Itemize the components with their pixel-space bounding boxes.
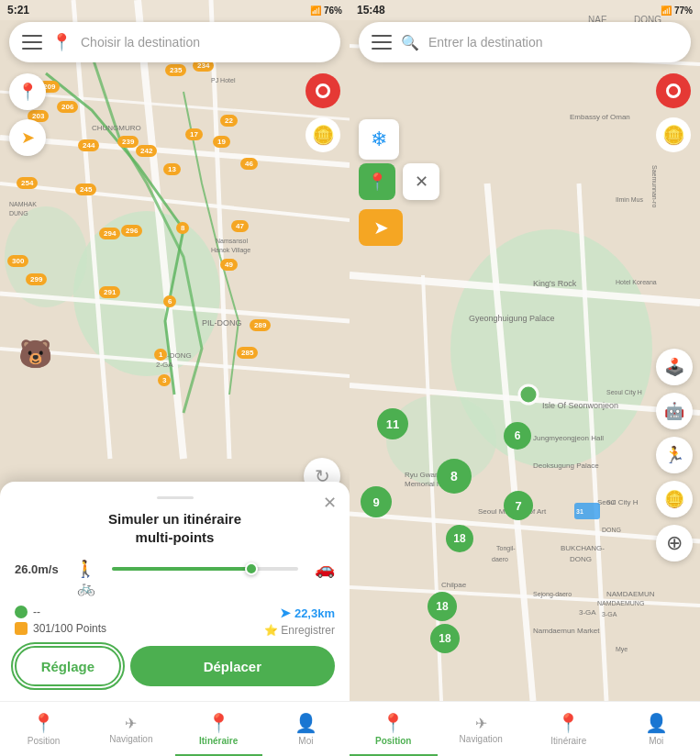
joystick-icon: 🕹️	[664, 357, 684, 377]
snowflake-icon: ❄	[371, 128, 387, 151]
pin-289[interactable]: 289	[250, 319, 271, 331]
direction-btn[interactable]: ➤	[9, 119, 46, 156]
pin-291[interactable]: 291	[99, 286, 120, 298]
svg-text:Namsansol: Namsansol	[216, 238, 248, 244]
pin-8[interactable]: 8	[176, 222, 189, 234]
compass-btn[interactable]: ⊕	[656, 525, 693, 561]
runner-btn[interactable]: 🏃	[656, 437, 693, 473]
right-coin-btn[interactable]: 🪙	[656, 117, 691, 152]
pin-49[interactable]: 49	[220, 259, 238, 271]
pin-245[interactable]: 245	[75, 183, 96, 195]
reglage-button[interactable]: Réglage	[15, 646, 121, 686]
svg-text:DUNG: DUNG	[9, 210, 28, 217]
right-nav-itinerary[interactable]: 📍 Itinéraire	[525, 702, 613, 756]
location-btn[interactable]: 📍	[9, 73, 46, 110]
left-panel: CHO-DONG CHUNGMURO NAMHAK DUNG PIL-DONG …	[0, 0, 350, 756]
pin-299[interactable]: 299	[26, 273, 47, 285]
pin-242[interactable]: 242	[136, 145, 157, 157]
svg-text:NAMDAEMUNG: NAMDAEMUNG	[597, 600, 644, 606]
svg-text:King's Rock: King's Rock	[533, 279, 577, 288]
battery-text: 76%	[324, 6, 342, 16]
pin-47[interactable]: 47	[231, 220, 249, 232]
right-search-bar[interactable]: 🔍 Entrer la destination	[359, 22, 691, 62]
position-icon: 📍	[32, 712, 55, 734]
svg-text:3-GA: 3-GA	[579, 608, 596, 617]
pin-285[interactable]: 285	[237, 347, 258, 359]
svg-text:DONG: DONG	[570, 555, 592, 563]
svg-text:Isle Of Seonwonjeon: Isle Of Seonwonjeon	[542, 401, 618, 410]
right-itinerary-label: Itinéraire	[550, 736, 586, 746]
pin-300[interactable]: 300	[7, 255, 28, 267]
green-circle-7[interactable]: 7	[504, 491, 533, 520]
pin-206[interactable]: 206	[57, 101, 78, 113]
save-label[interactable]: ⭐ Enregistrer	[264, 624, 335, 637]
green-circle-8[interactable]: 8	[437, 459, 472, 494]
walk-icon[interactable]: 🚶	[75, 559, 95, 579]
left-nav-itinerary[interactable]: 📍 Itinéraire	[175, 702, 262, 756]
green-circle-11[interactable]: 11	[377, 408, 408, 439]
svg-text:Hanok Village: Hanok Village	[211, 247, 250, 254]
left-nav-position[interactable]: 📍 Position	[0, 702, 87, 756]
pin-22[interactable]: 22	[220, 115, 238, 127]
position-label: Position	[28, 736, 61, 746]
robot-btn[interactable]: 🤖	[656, 393, 693, 429]
right-navigation-icon: ✈	[475, 715, 487, 732]
hamburger-button[interactable]	[22, 32, 42, 52]
pin-235[interactable]: 235	[165, 64, 186, 76]
left-search-bar[interactable]: 📍 Choisir la destination	[9, 22, 340, 62]
waypoint-close-btn[interactable]: ✕	[403, 163, 439, 200]
right-orange-coin-btn[interactable]: 🪙	[656, 481, 693, 517]
right-nav-moi[interactable]: 👤 Moi	[613, 702, 701, 756]
left-nav-moi[interactable]: 👤 Moi	[262, 702, 350, 756]
bike-icon[interactable]: 🚲	[77, 579, 95, 596]
right-nav-position[interactable]: 📍 Position	[350, 702, 438, 756]
green-circle-9[interactable]: 9	[361, 486, 392, 517]
green-circle-18b[interactable]: 18	[428, 592, 457, 621]
pin-3[interactable]: 3	[158, 374, 171, 386]
route-info-row: -- 301/100 Points ➤ 22,3km ⭐ Enregistrer	[15, 606, 335, 637]
svg-text:31: 31	[576, 508, 583, 515]
waypoint-green-btn[interactable]: 📍	[359, 163, 395, 200]
pin-17[interactable]: 17	[185, 128, 203, 140]
itinerary-label: Itinéraire	[199, 736, 238, 746]
pin-244[interactable]: 244	[78, 139, 99, 151]
green-circle-6[interactable]: 6	[504, 422, 531, 450]
sheet-close-btn[interactable]: ✕	[323, 493, 337, 513]
direction-icon: ➤	[21, 128, 35, 148]
green-circle-18c[interactable]: 18	[430, 624, 460, 653]
pin-6[interactable]: 6	[163, 295, 176, 307]
svg-point-46	[519, 385, 538, 404]
pin-13[interactable]: 13	[163, 163, 181, 175]
green-circle-18a[interactable]: 18	[446, 525, 473, 552]
circle-label: 11	[386, 417, 399, 431]
left-nav-navigation[interactable]: ✈ Navigation	[87, 702, 174, 756]
points-label: 301/100 Points	[33, 622, 106, 635]
right-hamburger-button[interactable]	[372, 32, 392, 52]
record-inner	[316, 83, 330, 98]
right-search-placeholder[interactable]: Entrer la destination	[428, 35, 678, 50]
speed-slider[interactable]	[112, 560, 298, 578]
right-record-inner	[666, 83, 681, 98]
circle-label: 18	[436, 600, 448, 613]
right-nav-card[interactable]: ➤	[359, 209, 403, 246]
pin-1[interactable]: 1	[154, 349, 167, 361]
right-nav-navigation[interactable]: ✈ Navigation	[438, 702, 526, 756]
joystick-btn[interactable]: 🕹️	[656, 349, 693, 385]
right-position-icon: 📍	[382, 712, 405, 734]
snowflake-btn[interactable]: ❄	[359, 119, 399, 160]
car-icon[interactable]: 🚗	[315, 559, 335, 579]
left-status-icons: 📶 76%	[310, 6, 342, 16]
left-record-btn[interactable]	[306, 73, 340, 108]
action-buttons: Réglage Déplacer	[15, 646, 335, 686]
pin-19[interactable]: 19	[213, 136, 230, 148]
svg-text:Hotel Koreana: Hotel Koreana	[616, 279, 657, 285]
left-search-placeholder[interactable]: Choisir la destination	[81, 35, 328, 50]
svg-text:DONG: DONG	[602, 527, 621, 533]
pin-296[interactable]: 296	[121, 225, 142, 237]
right-record-btn[interactable]	[656, 73, 691, 108]
pin-294[interactable]: 294	[99, 228, 120, 239]
left-coin-btn[interactable]: 🪙	[306, 117, 340, 152]
pin-46[interactable]: 46	[240, 158, 258, 170]
pin-254[interactable]: 254	[17, 177, 38, 189]
deplacer-button[interactable]: Déplacer	[130, 646, 335, 686]
